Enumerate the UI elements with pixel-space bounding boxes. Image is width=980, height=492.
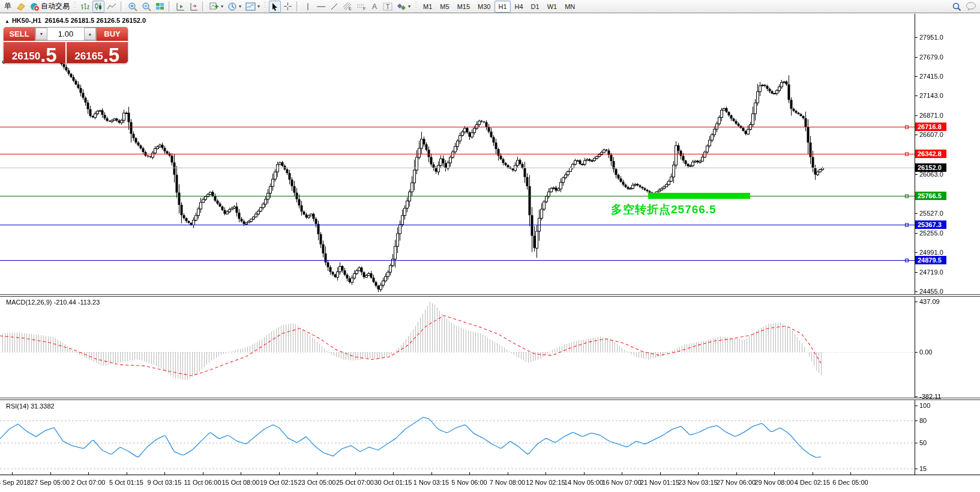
price-level-badge: 24879.5 — [915, 256, 946, 264]
buy-price-fraction: .5 — [103, 47, 120, 63]
one-click-trading-panel: SELL ▼ 1.00 ▲ BUY 26150 .5 26165 .5 — [4, 27, 128, 63]
price-level-badge: 26152.0 — [915, 163, 946, 172]
timeframe-m5-button[interactable]: M5 — [436, 1, 452, 13]
time-axis-label: 15 Oct 08:00 — [222, 479, 260, 486]
sell-price-button[interactable]: 26150 .5 — [4, 42, 67, 63]
autotrade-button[interactable]: 自动交易 — [28, 1, 71, 13]
cursor-icon — [271, 2, 278, 11]
line-chart-icon — [107, 2, 116, 11]
crosshair-button[interactable] — [281, 1, 294, 13]
time-axis-label: 5 Oct 01:15 — [109, 479, 143, 486]
zoom-in-button[interactable] — [126, 1, 139, 13]
new-order-button[interactable]: 单 — [2, 1, 14, 13]
indicators-icon — [209, 2, 219, 11]
bar-chart-button[interactable] — [79, 1, 92, 13]
chart-collapse-icon[interactable]: ▲ — [5, 19, 10, 24]
time-axis-border — [0, 475, 980, 475]
shapes-button[interactable]: ▾ — [395, 1, 412, 13]
price-chart-canvas[interactable] — [0, 14, 915, 294]
auto-scroll-button[interactable] — [174, 1, 187, 13]
volume-input[interactable]: 1.00 — [47, 28, 84, 40]
timeframe-mn-button[interactable]: MN — [561, 1, 579, 13]
time-axis-label: 30 Oct 01:15 — [374, 479, 412, 486]
zoom-out-button[interactable] — [140, 1, 153, 13]
rsi-axis-label: 80 — [919, 417, 927, 424]
timeframe-m30-button[interactable]: M30 — [474, 1, 494, 13]
fibonacci-icon: E — [343, 2, 352, 11]
channel-button[interactable]: F — [355, 1, 368, 13]
rsi-axis-label: 50 — [919, 439, 927, 446]
svg-text:T: T — [386, 4, 389, 10]
fibonacci-button[interactable]: E — [341, 1, 354, 13]
rsi-indicator-canvas[interactable] — [0, 400, 915, 474]
chat-button[interactable] — [964, 1, 978, 13]
label-tool-icon: T — [383, 2, 392, 11]
time-axis-label: 21 Nov 01:15 — [640, 479, 679, 486]
search-button[interactable] — [950, 1, 963, 13]
price-level-badge: 26342.8 — [915, 150, 946, 158]
chart-shift-button[interactable] — [187, 1, 200, 13]
new-order-label: 单 — [4, 1, 11, 11]
price-axis-border — [915, 14, 915, 475]
volume-increase-button[interactable]: ▲ — [84, 28, 96, 40]
pane-divider-macd-rsi[interactable] — [0, 398, 980, 400]
trendline-icon — [330, 2, 338, 11]
indicators-button[interactable]: ▾ — [208, 1, 225, 13]
price-axis-label: 27415.0 — [919, 73, 943, 80]
sell-button[interactable]: SELL — [4, 27, 35, 41]
price-level-badge: 25367.3 — [915, 220, 946, 229]
vertical-line-button[interactable] — [302, 1, 314, 13]
clock-icon — [227, 2, 237, 11]
notebook-button[interactable] — [14, 1, 28, 13]
pane-divider-main-macd[interactable] — [0, 294, 980, 297]
time-axis-label: 23 Oct 05:00 — [298, 479, 336, 486]
toolbar-grip — [264, 2, 266, 11]
candlestick-button[interactable] — [92, 1, 104, 13]
label-tool-button[interactable]: T — [381, 1, 394, 13]
time-axis-label: 25 Oct 07:00 — [336, 479, 374, 486]
chevron-down-icon[interactable]: ▾ — [239, 4, 241, 9]
time-axis-label: 11 Oct 06:00 — [184, 479, 221, 486]
volume-decrease-button[interactable]: ▼ — [35, 28, 47, 40]
sell-price-fraction: .5 — [40, 47, 57, 63]
buy-button[interactable]: BUY — [97, 27, 128, 41]
price-axis-label: 26871.0 — [919, 112, 943, 119]
macd-indicator-canvas[interactable] — [0, 297, 915, 398]
text-tool-button[interactable]: A — [368, 1, 380, 13]
timeframe-w1-button[interactable]: W1 — [544, 1, 561, 13]
tile-windows-button[interactable] — [154, 1, 166, 13]
bar-chart-icon — [80, 2, 90, 11]
periods-button[interactable]: ▾ — [226, 1, 243, 13]
buy-price-button[interactable]: 26165 .5 — [67, 42, 128, 63]
text-tool-icon: A — [372, 2, 377, 11]
timeframe-m15-button[interactable]: M15 — [454, 1, 473, 13]
time-axis-label: 4 Dec 02:15 — [795, 479, 830, 486]
timeframe-h1-button[interactable]: H1 — [495, 1, 510, 13]
timeframe-d1-button[interactable]: D1 — [528, 1, 543, 13]
trendline-button[interactable] — [328, 1, 340, 13]
price-axis-label: 27143.0 — [919, 92, 943, 99]
price-axis-label: 25527.0 — [919, 210, 943, 217]
line-chart-button[interactable] — [105, 1, 118, 13]
vertical-line-icon — [305, 2, 311, 11]
time-axis-label: 16 Nov 07:00 — [602, 479, 641, 486]
chevron-down-icon[interactable]: ▾ — [257, 4, 260, 9]
chevron-down-icon[interactable]: ▾ — [408, 4, 410, 9]
svg-text:F: F — [363, 7, 365, 11]
templates-button[interactable]: ▾ — [244, 1, 262, 13]
timeframe-h4-button[interactable]: H4 — [511, 1, 527, 13]
time-axis-label: 1 Nov 03:15 — [413, 479, 449, 486]
horizontal-line-button[interactable] — [314, 1, 328, 13]
chevron-down-icon[interactable]: ▾ — [221, 4, 223, 9]
pivot-annotation-text[interactable]: 多空转折点25766.5 — [611, 202, 717, 217]
time-axis-label: 23 Nov 03:15 — [678, 479, 717, 486]
svg-text:E: E — [349, 7, 352, 11]
cursor-button[interactable] — [269, 1, 281, 13]
timeframe-m1-button[interactable]: M1 — [419, 1, 436, 13]
autotrade-icon — [30, 2, 40, 11]
time-axis-label: 27 Sep 05:00 — [31, 479, 70, 486]
price-axis-label: 25255.0 — [919, 229, 943, 237]
macd-axis-label: 0.00 — [919, 348, 932, 356]
notebook-icon — [16, 2, 26, 11]
auto-scroll-icon — [176, 2, 185, 11]
